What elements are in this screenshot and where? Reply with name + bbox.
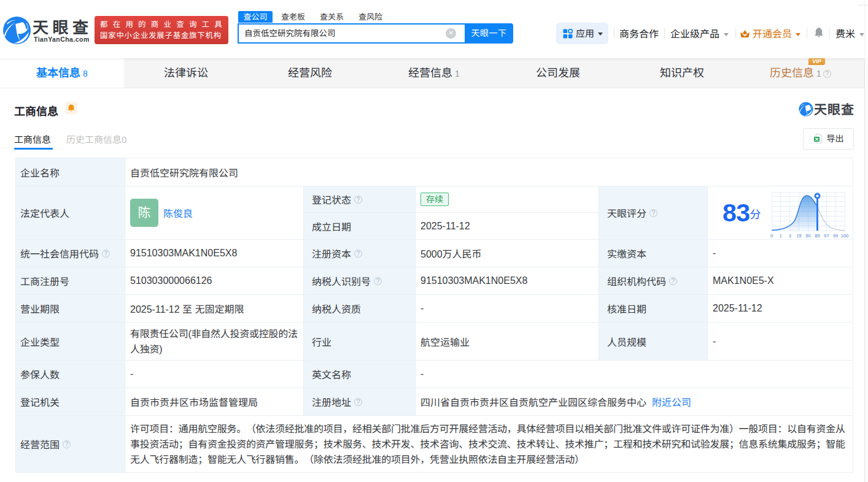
svg-text:天眼查: 天眼查 xyxy=(814,102,854,117)
svg-text:50: 50 xyxy=(805,233,810,239)
svg-text:15: 15 xyxy=(796,233,801,239)
svg-text:1: 1 xyxy=(780,233,782,239)
svg-text:0: 0 xyxy=(770,233,773,239)
svg-text:3: 3 xyxy=(789,233,791,239)
svg-text:85: 85 xyxy=(815,233,820,239)
svg-text:99: 99 xyxy=(833,233,838,239)
svg-text:100: 100 xyxy=(841,233,849,239)
svg-text:97: 97 xyxy=(824,233,829,239)
